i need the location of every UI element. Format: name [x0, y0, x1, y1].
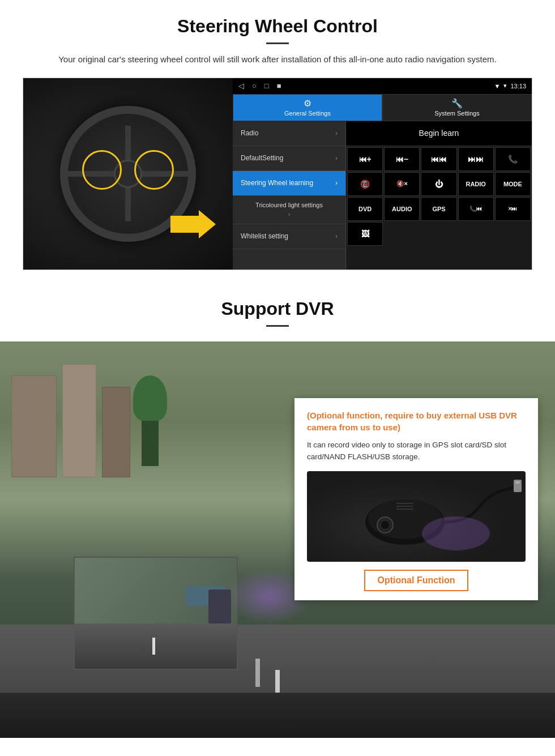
btn-phone-prev[interactable]: 📞⏮ [458, 197, 494, 221]
menu-item-whitelist[interactable]: Whitelist setting › [233, 224, 345, 249]
menu-tricolour-label: Tricoloured light settings [255, 202, 323, 208]
btn-dvd[interactable]: DVD [347, 197, 383, 221]
steering-wheel-section: Steering Wheel Control Your original car… [0, 0, 555, 281]
menu-radio-arrow: › [335, 129, 338, 137]
menu-default-arrow: › [335, 154, 338, 162]
svg-rect-9 [515, 481, 520, 484]
dvr-divider [266, 325, 289, 327]
steering-composite-image: ◁ ○ □ ■ ▼ ▾ 13:13 ⚙ General Settings 🔧 S… [23, 78, 532, 270]
dvr-device-image [307, 471, 526, 562]
steering-button-grid: ⏮+ ⏮− ⏮⏮ ⏭⏭ 📞 📵 🔇× ⏻ RADIO MODE DVD AUD [346, 146, 532, 247]
android-tabs: ⚙ General Settings 🔧 System Settings [233, 94, 532, 121]
btn-phone[interactable]: 📞 [495, 147, 531, 171]
thumb-road [75, 623, 237, 669]
menu-default-label: DefaultSetting [241, 154, 283, 162]
btn-mode[interactable]: MODE [495, 172, 531, 196]
btn-power[interactable]: ⏻ [421, 172, 456, 196]
optional-badge-container: Optional Function [307, 570, 526, 591]
nav-buttons: ◁ ○ □ ■ [238, 82, 281, 90]
dvr-title-area: Support DVR [0, 281, 555, 341]
tab-system-settings[interactable]: 🔧 System Settings [382, 94, 532, 121]
android-menu: Radio › DefaultSetting › Steering Wheel … [233, 121, 346, 270]
dvr-composite-image: (Optional function, require to buy exter… [0, 341, 555, 738]
building-2 [62, 364, 96, 477]
title-divider [266, 42, 289, 44]
building-3 [102, 387, 130, 477]
btn-vol-up[interactable]: ⏮+ [347, 147, 383, 171]
dvr-section: Support DVR [0, 281, 555, 738]
btn-radio[interactable]: RADIO [458, 172, 494, 196]
begin-learn-label[interactable]: Begin learn [419, 129, 459, 138]
dvr-recording-thumbnail [74, 557, 238, 670]
signal-icon: ▼ [494, 83, 501, 89]
steering-subtitle: Your original car's steering wheel contr… [57, 53, 498, 66]
menu-item-tricolour[interactable]: Tricoloured light settings › [233, 196, 345, 224]
menu-radio-label: Radio [241, 129, 258, 137]
svg-point-10 [422, 516, 490, 550]
road-line-2 [255, 659, 260, 687]
btn-next-track[interactable]: ⏭⏭ [458, 147, 494, 171]
menu-item-radio[interactable]: Radio › [233, 121, 345, 146]
recent-nav-icon[interactable]: □ [264, 82, 269, 90]
tree-crown [133, 375, 167, 421]
dvr-info-box: (Optional function, require to buy exter… [294, 398, 538, 600]
steering-wheel-photo [23, 78, 233, 270]
menu-whitelist-label: Whitelist setting [241, 232, 288, 240]
btn-audio[interactable]: AUDIO [384, 197, 420, 221]
tab-general-settings[interactable]: ⚙ General Settings [233, 94, 382, 121]
android-body: Radio › DefaultSetting › Steering Wheel … [233, 121, 532, 270]
thumb-road-line [152, 638, 155, 655]
android-statusbar: ◁ ○ □ ■ ▼ ▾ 13:13 [233, 78, 532, 94]
svg-point-4 [381, 520, 390, 529]
page-title: Steering Wheel Control [23, 16, 532, 37]
car-dashboard-strip [0, 693, 555, 738]
btn-mute[interactable]: 🔇× [384, 172, 420, 196]
status-time: 13:13 [510, 83, 526, 89]
thumb-vehicle [208, 590, 231, 623]
menu-whitelist-arrow: › [335, 232, 338, 240]
btn-extra-1[interactable]: 🖼 [347, 222, 383, 246]
dvr-title: Support DVR [23, 298, 532, 319]
dvr-description-text: It can record video only to storage in G… [307, 439, 526, 463]
btn-vol-down[interactable]: ⏮− [384, 147, 420, 171]
menu-tricolour-arrow: › [288, 211, 291, 217]
back-nav-icon[interactable]: ◁ [238, 82, 244, 90]
menu-item-steering-learning[interactable]: Steering Wheel learning › [233, 171, 345, 196]
menu-nav-icon[interactable]: ■ [277, 82, 281, 90]
menu-steering-label: Steering Wheel learning [241, 179, 313, 187]
system-settings-icon: 🔧 [451, 98, 463, 109]
general-settings-icon: ⚙ [304, 98, 311, 109]
btn-gps[interactable]: GPS [421, 197, 456, 221]
home-nav-icon[interactable]: ○ [252, 82, 257, 90]
optional-function-badge: Optional Function [364, 570, 469, 591]
menu-item-default-setting[interactable]: DefaultSetting › [233, 146, 345, 171]
general-settings-label: General Settings [284, 110, 331, 117]
dvr-optional-text: (Optional function, require to buy exter… [307, 409, 526, 433]
dvr-device-svg [309, 474, 524, 559]
building-1 [11, 375, 57, 477]
begin-learn-area: Begin learn [346, 121, 532, 146]
android-button-area: Begin learn ⏮+ ⏮− ⏮⏮ ⏭⏭ 📞 📵 🔇× ⏻ RADIO [346, 121, 532, 270]
android-ui-panel: ◁ ○ □ ■ ▼ ▾ 13:13 ⚙ General Settings 🔧 S… [233, 78, 532, 270]
right-button-highlight [134, 150, 174, 190]
btn-prev-track[interactable]: ⏮⏮ [421, 147, 456, 171]
btn-mute-next[interactable]: ×⏭ [495, 197, 531, 221]
wifi-icon: ▾ [503, 82, 507, 89]
arrow-indicator [170, 210, 216, 238]
system-settings-label: System Settings [434, 110, 479, 117]
menu-steering-arrow: › [335, 179, 338, 187]
btn-hang-up[interactable]: 📵 [347, 172, 383, 196]
svg-marker-0 [170, 210, 216, 238]
left-button-highlight [82, 150, 122, 190]
